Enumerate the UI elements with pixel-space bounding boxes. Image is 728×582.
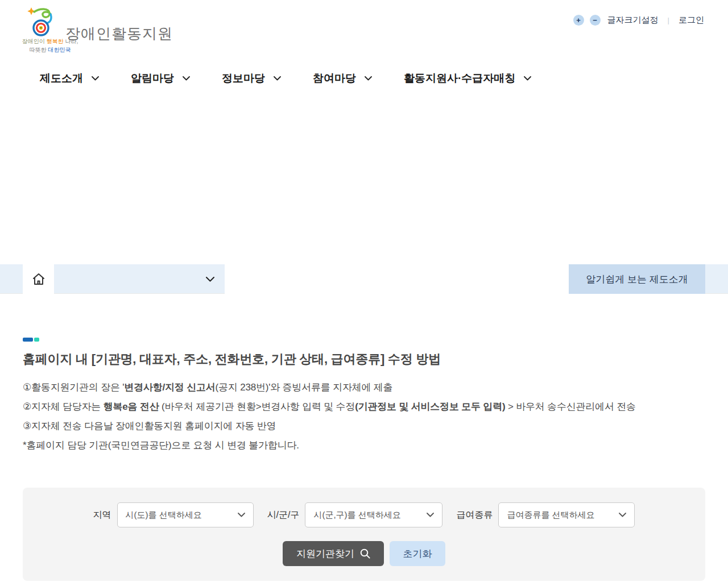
benefit-type-select[interactable]: 급여종류를 선택하세요 <box>498 502 635 527</box>
site-title: 장애인활동지원 <box>65 24 173 44</box>
chevron-down-icon <box>92 76 99 81</box>
chevron-down-icon <box>206 277 214 282</box>
district-label: 시/군/구 <box>267 509 300 521</box>
chevron-down-icon <box>183 76 190 81</box>
notice-body: ①활동지원기관의 장은 '변경사항/지정 신고서(공지 238번)'와 증빙서류… <box>23 378 705 455</box>
page-title: 홈페이지 내 [기관명, 대표자, 주소, 전화번호, 기관 상태, 급여종류]… <box>23 351 705 368</box>
nav-item-matching[interactable]: 활동지원사·수급자매칭 <box>404 71 531 86</box>
font-increase-button[interactable]: + <box>573 15 584 26</box>
find-institution-button-label: 지원기관찾기 <box>296 547 354 560</box>
region-label: 지역 <box>93 509 111 521</box>
breadcrumb-select[interactable] <box>54 264 225 294</box>
nav-item-label: 제도소개 <box>40 71 83 86</box>
benefit-type-selected-value: 급여종류를 선택하세요 <box>507 510 594 521</box>
accent-teal-segment <box>34 338 39 342</box>
notice-line-2: ②지자체 담당자는 행복e음 전산 (바우처 제공기관 현황>변경사항 입력 및… <box>23 397 705 417</box>
nav-item-chamyeomadang[interactable]: 참여마당 <box>313 71 372 86</box>
login-link[interactable]: 로그인 <box>679 15 704 26</box>
nav-item-label: 알림마당 <box>131 71 174 86</box>
notice-line-1: ①활동지원기관의 장은 '변경사항/지정 신고서(공지 238번)'와 증빙서류… <box>23 378 705 397</box>
chevron-down-icon <box>365 76 372 81</box>
nav-item-label: 활동지원사·수급자매칭 <box>404 71 515 86</box>
chevron-down-icon <box>238 513 245 517</box>
easy-guide-button[interactable]: 알기쉽게 보는 제도소개 <box>569 264 705 294</box>
district-select[interactable]: 시(군,구)를 선택하세요 <box>305 502 442 527</box>
find-institution-button[interactable]: 지원기관찾기 <box>283 541 384 566</box>
nav-item-allimmadang[interactable]: 알림마당 <box>131 71 190 86</box>
notice-line-3: ③지자체 전송 다음날 장애인활동지원 홈페이지에 자동 반영 <box>23 417 705 436</box>
region-select[interactable]: 시(도)를 선택하세요 <box>117 502 254 527</box>
font-decrease-button[interactable]: − <box>590 15 601 26</box>
main-nav: 제도소개 알림마당 정보마당 참여마당 활동지원사·수급자매칭 <box>0 67 728 90</box>
header-utilities: + − 글자크기설정 | 로그인 <box>573 15 704 26</box>
home-icon <box>31 272 46 286</box>
heading-accent-bar <box>23 338 705 342</box>
nav-item-jeongbomadang[interactable]: 정보마당 <box>222 71 281 86</box>
home-button[interactable] <box>23 264 54 294</box>
page: 장애인이 행복한 나라, 따뜻한 대한민국 장애인활동지원 + − 글자크기설정… <box>0 0 728 582</box>
chevron-down-icon <box>619 513 626 517</box>
nav-item-label: 참여마당 <box>313 71 356 86</box>
benefit-type-label: 급여종류 <box>456 509 493 521</box>
nav-item-label: 정보마당 <box>222 71 265 86</box>
search-form: 지역 시(도)를 선택하세요 시/군/구 시(군,구)를 선택하세요 급여종류 … <box>23 488 705 581</box>
chevron-down-icon <box>524 76 531 81</box>
search-form-buttons-row: 지원기관찾기 초기화 <box>23 541 705 566</box>
breadcrumb-bar: 알기쉽게 보는 제도소개 <box>0 264 728 294</box>
brand-logo-icon <box>26 7 61 36</box>
reset-button[interactable]: 초기화 <box>390 541 445 566</box>
utilities-divider: | <box>668 16 669 24</box>
region-selected-value: 시(도)를 선택하세요 <box>126 510 202 521</box>
font-size-settings-label: 글자크기설정 <box>607 15 659 26</box>
notice-line-4: *홈페이지 담당 기관(국민연금공단)으로 요청 시 변경 불가합니다. <box>23 436 705 455</box>
nav-item-jedosogae[interactable]: 제도소개 <box>40 71 99 86</box>
chevron-down-icon <box>427 513 434 517</box>
chevron-down-icon <box>274 76 281 81</box>
breadcrumb-spacer <box>225 264 569 294</box>
brand-tagline-line2: 따뜻한 대한민국 <box>22 46 78 53</box>
search-form-selects-row: 지역 시(도)를 선택하세요 시/군/구 시(군,구)를 선택하세요 급여종류 … <box>23 502 705 527</box>
content: 홈페이지 내 [기관명, 대표자, 주소, 전화번호, 기관 상태, 급여종류]… <box>23 338 705 455</box>
accent-blue-segment <box>23 338 33 342</box>
district-selected-value: 시(군,구)를 선택하세요 <box>313 510 400 521</box>
search-icon <box>360 548 370 559</box>
